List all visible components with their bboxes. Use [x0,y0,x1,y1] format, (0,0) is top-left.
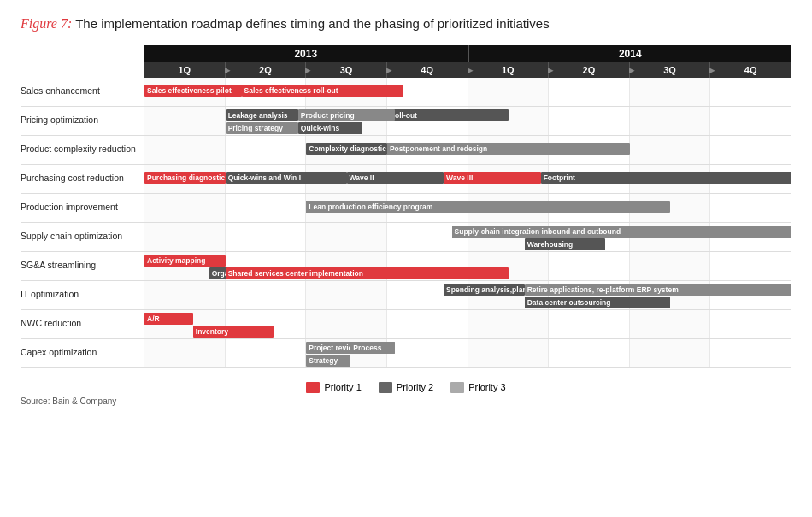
gantt-bar: Purchasing diagnostic [144,172,226,184]
gantt-row: Sales enhancementSales effectiveness pil… [21,78,791,107]
chart-container: 201320141Q▶2Q▶3Q▶4Q▶1Q▶2Q▶3Q▶4Q Sales en… [21,45,791,406]
gantt-bar: Wave II [347,172,444,184]
gantt-row: NWC reductionA/PInventoryA/R [21,310,791,339]
row-label: Sales enhancement [21,78,144,106]
row-label: Product complexity reduction [21,136,144,164]
row-label: Supply chain optimization [21,223,144,251]
gantt-bar: Spending analysis,plan [444,284,525,296]
legend-item: Priority 3 [450,382,505,393]
gantt-bar: Data center outsourcing [525,297,670,308]
row-label: Production improvement [21,194,144,222]
gantt-bar: Lean production efficiency program [306,201,670,213]
gantt-row: SG&A streamliningBenchmarksOrganization … [21,252,791,281]
row-label: Purchasing cost reduction [21,165,144,193]
gantt-row: Purchasing cost reductionPurchasing diag… [21,165,791,194]
gantt-row: Product complexity reductionComplexity d… [21,136,791,165]
gantt-row: Production improvementOutsourcingLean pr… [21,194,791,223]
gantt-bar: Shared services center implementation [226,267,509,279]
gantt-bar: Process [350,342,395,354]
gantt-row: Pricing optimizationLeakage analysisQuic… [21,107,791,136]
gantt-bar: Supply-chain integration inbound and out… [452,226,791,238]
legend: Priority 1Priority 2Priority 3 [21,375,791,393]
legend-box [379,382,392,393]
gantt-bar: Pricing strategy [226,122,298,134]
row-label: Pricing optimization [21,107,144,135]
gantt-bar: Wave III [444,172,541,184]
figure-text: The implementation roadmap defines timin… [72,16,549,31]
row-label: NWC reduction [21,310,144,338]
gantt-row: IT optimizationSpending analysis,planDat… [21,281,791,310]
legend-box [306,382,320,393]
legend-item: Priority 1 [306,382,361,393]
row-label: SG&A streamlining [21,252,144,280]
legend-item: Priority 2 [379,382,433,393]
gantt-bar: Sales effectiveness pilot [144,85,242,97]
gantt-bar: Footprint [541,172,791,184]
gantt-bar: Postponement and redesign [387,143,630,155]
gantt-bar: Strategy [306,355,350,367]
gantt-bar: A/R [144,313,185,325]
gantt-bar: Inventory [193,326,274,338]
gantt-bar: Quick-wins and Win I [226,172,347,184]
row-label: IT optimization [21,281,144,309]
gantt-bar: Warehousing [525,238,606,250]
gantt-bar: Leakage analysis [226,109,298,121]
gantt-bar: Quick-wins [298,122,363,134]
gantt-bar: Sales effectiveness roll-out [242,85,403,97]
figure-title: Figure 7: The implementation roadmap def… [21,15,791,33]
gantt-bar: Product pricing [298,109,396,121]
gantt-row: Supply chain optimizationS/D planningWar… [21,223,791,252]
source-text: Source: Bain & Company [21,397,791,406]
figure-container: Figure 7: The implementation roadmap def… [21,15,791,406]
figure-label: Figure 7: [21,16,72,31]
gantt-bar: Complexity diagnostic [306,143,387,155]
timeline-header: 201320141Q▶2Q▶3Q▶4Q▶1Q▶2Q▶3Q▶4Q [144,45,791,78]
gantt-row: Capex optimizationProject reviewStrategy… [21,339,791,368]
gantt-bar: Activity mapping [144,255,226,267]
gantt-bar: Retire applications, re-platform ERP sys… [525,284,791,296]
legend-box [450,382,464,393]
gantt-rows: Sales enhancementSales effectiveness pil… [21,78,791,368]
row-label: Capex optimization [21,339,144,367]
